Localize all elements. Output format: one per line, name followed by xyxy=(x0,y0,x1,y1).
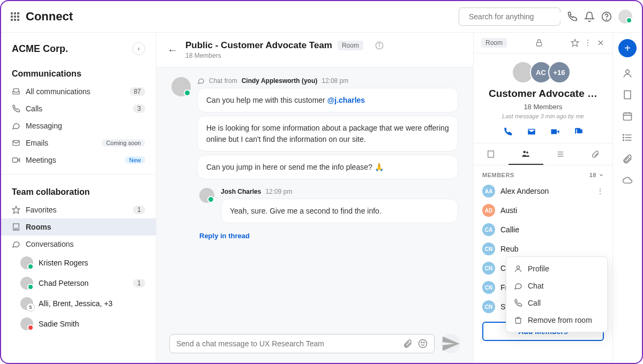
close-icon[interactable] xyxy=(596,39,605,47)
message-bubble: Can you jump in here or send me the info… xyxy=(197,155,458,179)
search-input[interactable] xyxy=(469,12,563,21)
avatar-more-count[interactable]: +16 xyxy=(548,61,571,84)
profile-icon[interactable] xyxy=(622,68,633,79)
action-call-icon[interactable] xyxy=(503,127,513,136)
global-search[interactable] xyxy=(459,7,560,26)
context-menu-item[interactable]: Call xyxy=(506,294,607,312)
messages-scroll[interactable]: Chat from Cindy Applesworth (you) 12:08 … xyxy=(156,67,473,328)
info-icon[interactable] xyxy=(375,41,384,50)
members-section-label: MEMBERS xyxy=(482,172,514,178)
context-menu-item[interactable]: Profile xyxy=(506,260,607,277)
svg-rect-7 xyxy=(13,224,19,230)
back-arrow-icon[interactable]: ← xyxy=(167,44,178,56)
send-button[interactable] xyxy=(441,334,460,353)
bell-icon[interactable] xyxy=(584,11,595,22)
mail-icon xyxy=(12,139,20,147)
nav-all-communications[interactable]: All communications 87 xyxy=(1,83,156,100)
members-count-toggle[interactable]: 18 xyxy=(589,172,604,178)
member-row[interactable]: AD Austi xyxy=(474,201,612,220)
conversation-name: Alli, Brent, Jessica, +3 xyxy=(39,299,113,308)
phone-icon xyxy=(514,299,522,307)
mention[interactable]: @j.charles xyxy=(327,96,365,104)
collapse-sidebar-button[interactable]: ‹ xyxy=(132,42,145,55)
context-menu-item[interactable]: Chat xyxy=(506,277,607,294)
message-bubble: He is looking for some information about… xyxy=(197,116,458,151)
conversation-name: Sadie Smith xyxy=(39,320,79,328)
chat-icon xyxy=(514,282,522,290)
more-vertical-icon[interactable] xyxy=(584,39,592,47)
chat-subtitle: 18 Members xyxy=(185,52,462,59)
new-badge: New xyxy=(125,156,145,164)
conversation-item[interactable]: Chad Peterson 1 xyxy=(1,273,156,293)
nav-conversations[interactable]: Conversations xyxy=(1,236,156,253)
coming-soon-badge: Coming soon xyxy=(102,139,145,147)
new-button[interactable]: + xyxy=(618,39,637,57)
member-name: Austi xyxy=(500,206,517,215)
nav-calls[interactable]: Calls 3 xyxy=(1,100,156,117)
room-member-count: 18 Members xyxy=(474,103,612,111)
svg-point-23 xyxy=(526,151,528,154)
svg-point-22 xyxy=(524,151,526,154)
conversation-item[interactable]: Alli, Brent, Jessica, +3 xyxy=(1,293,156,314)
emoji-icon[interactable] xyxy=(418,339,428,348)
avatar-initials: CA xyxy=(482,223,495,236)
action-video-icon[interactable] xyxy=(550,127,560,136)
avatar xyxy=(20,317,33,330)
count-badge: 87 xyxy=(130,87,145,96)
attachment-icon[interactable] xyxy=(622,154,633,164)
video-icon xyxy=(12,156,20,164)
member-name: Alex Anderson xyxy=(500,187,549,195)
phone-icon xyxy=(12,104,20,113)
action-email-icon[interactable] xyxy=(527,127,536,136)
details-panel: Room AC +16 Customer Advocate … 18 Membe… xyxy=(474,33,613,363)
member-row[interactable]: CN Reub xyxy=(474,239,612,259)
svg-rect-34 xyxy=(624,113,632,120)
attachment-icon[interactable] xyxy=(403,339,413,348)
remove-icon xyxy=(514,316,522,324)
phone-icon[interactable] xyxy=(567,11,578,22)
count-badge: 3 xyxy=(133,104,145,113)
svg-point-10 xyxy=(379,43,379,44)
chat-pane: ← Public - Customer Advocate Team Room 1… xyxy=(156,33,474,363)
tab-files[interactable] xyxy=(578,143,612,165)
tab-room-info[interactable] xyxy=(474,143,509,165)
tab-members[interactable] xyxy=(509,143,543,165)
cloud-icon[interactable] xyxy=(622,175,633,186)
conversation-item[interactable]: Sadie Smith xyxy=(1,314,156,334)
message-time: 12:08 pm xyxy=(322,77,348,85)
composer-input[interactable] xyxy=(176,339,398,348)
member-row[interactable]: CA Callie xyxy=(474,220,612,239)
nav-emails[interactable]: Emails Coming soon xyxy=(1,134,156,151)
context-menu-item[interactable]: Remove from room xyxy=(506,312,607,329)
message-composer xyxy=(156,328,473,363)
chat-title: Public - Customer Advocate Team xyxy=(185,40,332,51)
avatar[interactable] xyxy=(199,188,214,203)
svg-point-12 xyxy=(421,342,422,343)
avatar[interactable] xyxy=(171,77,191,96)
nav-messaging[interactable]: Messaging xyxy=(1,117,156,134)
chat-icon xyxy=(12,240,20,248)
member-name: Callie xyxy=(500,225,519,234)
chat-icon xyxy=(12,122,20,130)
more-vertical-icon[interactable]: ⋮ xyxy=(596,187,604,195)
message-thread: Chat from Cindy Applesworth (you) 12:08 … xyxy=(171,77,458,183)
help-icon[interactable] xyxy=(601,11,612,22)
member-row[interactable]: AA Alex Anderson ⋮ xyxy=(474,181,612,201)
nav-favorites[interactable]: Favorites 1 xyxy=(1,201,156,218)
nav-meetings[interactable]: Meetings New xyxy=(1,151,156,169)
tab-tasks[interactable] xyxy=(543,143,578,165)
avatar xyxy=(20,297,33,310)
reply-in-thread-link[interactable]: Reply in thread xyxy=(199,232,458,240)
tasks-icon[interactable] xyxy=(622,132,633,143)
current-user-avatar[interactable] xyxy=(618,10,632,24)
building-icon[interactable] xyxy=(622,89,633,100)
nav-rooms[interactable]: Rooms xyxy=(1,218,156,236)
composer-input-box[interactable] xyxy=(169,334,435,353)
apps-grid-icon[interactable] xyxy=(11,12,19,21)
star-icon[interactable] xyxy=(571,39,579,47)
count-badge: 1 xyxy=(133,206,145,214)
action-chat-icon[interactable] xyxy=(574,127,584,136)
conversation-item[interactable]: Kristen Rogers xyxy=(1,253,156,273)
avatar-initials: CN xyxy=(482,242,495,255)
calendar-icon[interactable] xyxy=(622,111,633,122)
